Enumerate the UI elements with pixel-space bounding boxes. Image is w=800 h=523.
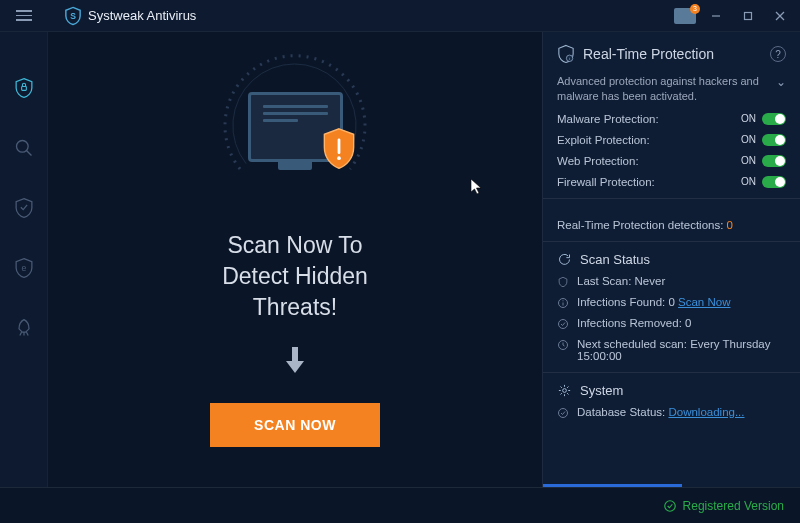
magnify-icon [14, 137, 34, 159]
sidebar: e [0, 32, 48, 487]
refresh-icon [557, 252, 572, 267]
sidebar-item-scan[interactable] [8, 132, 40, 164]
close-button[interactable] [768, 4, 792, 28]
svg-point-17 [559, 319, 568, 328]
help-icon[interactable]: ? [770, 46, 786, 62]
mouse-cursor-icon [470, 178, 484, 200]
titlebar: S Systweak Antivirus 3 [0, 0, 800, 32]
svg-rect-11 [292, 347, 298, 363]
card-notification-icon[interactable]: 3 [674, 8, 696, 24]
scan-now-button[interactable]: SCAN NOW [210, 403, 380, 447]
next-scan-row: Next scheduled scan: Every Thursday 15:0… [557, 338, 786, 362]
scan-status-header: Scan Status [557, 252, 786, 267]
svg-line-7 [26, 151, 31, 156]
sidebar-item-protection[interactable] [8, 72, 40, 104]
db-status-value[interactable]: Downloading... [668, 406, 744, 418]
svg-text:S: S [70, 10, 76, 20]
sidebar-item-shield[interactable] [8, 192, 40, 224]
infections-removed-row: Infections Removed: 0 [557, 317, 786, 330]
svg-rect-5 [21, 86, 26, 90]
chevron-down-icon: ⌄ [776, 74, 786, 90]
svg-point-16 [562, 300, 563, 301]
info-small-icon [557, 297, 569, 309]
rtp-info-row[interactable]: Advanced protection against hackers and … [557, 74, 786, 104]
shield-info-icon: i [557, 44, 575, 64]
sidebar-item-browser[interactable]: e [8, 252, 40, 284]
toggle-malware: Malware Protection: ON [557, 113, 786, 125]
scan-now-link[interactable]: Scan Now [678, 296, 730, 308]
clock-small-icon [557, 339, 569, 351]
svg-point-20 [559, 408, 568, 417]
dashboard-headline: Scan Now To Detect Hidden Threats! [222, 230, 368, 323]
check-small-icon [557, 407, 569, 419]
malware-toggle[interactable] [762, 113, 786, 125]
svg-text:i: i [569, 56, 570, 61]
svg-point-10 [337, 156, 341, 160]
shield-check-icon [14, 197, 34, 219]
firewall-toggle[interactable] [762, 176, 786, 188]
shield-small-icon [557, 276, 569, 288]
monitor-icon [248, 92, 343, 162]
rtp-detections: Real-Time Protection detections: 0 [557, 219, 786, 231]
arrow-down-icon [282, 345, 308, 379]
footer: Registered Version [0, 487, 800, 523]
menu-hamburger-icon[interactable] [8, 0, 40, 32]
rtp-title: Real-Time Protection [583, 46, 714, 62]
download-progress [543, 484, 682, 487]
gear-icon [557, 383, 572, 398]
svg-point-21 [664, 500, 675, 511]
db-status-row: Database Status: Downloading... [557, 406, 786, 419]
dashboard-center: Scan Now To Detect Hidden Threats! SCAN … [48, 32, 542, 487]
svg-point-6 [16, 141, 28, 153]
alert-shield-icon [320, 127, 358, 171]
toggle-web: Web Protection: ON [557, 155, 786, 167]
rocket-icon [14, 317, 34, 339]
scan-status-title: Scan Status [580, 252, 650, 267]
system-title: System [580, 383, 623, 398]
exploit-toggle[interactable] [762, 134, 786, 146]
sidebar-item-optimize[interactable] [8, 312, 40, 344]
svg-point-19 [563, 388, 567, 392]
registered-label: Registered Version [683, 499, 784, 513]
toggle-exploit: Exploit Protection: ON [557, 134, 786, 146]
app-title: Systweak Antivirus [88, 8, 196, 23]
maximize-button[interactable] [736, 4, 760, 28]
infections-found-row: Infections Found: 0 Scan Now [557, 296, 786, 309]
status-panel: i Real-Time Protection ? Advanced protec… [542, 32, 800, 487]
svg-text:e: e [21, 263, 26, 273]
check-small-icon [557, 318, 569, 330]
shield-lock-icon [14, 77, 34, 99]
last-scan-row: Last Scan: Never [557, 275, 786, 288]
rtp-section-header: i Real-Time Protection ? [557, 44, 786, 64]
web-toggle[interactable] [762, 155, 786, 167]
check-circle-icon [663, 499, 677, 513]
toggle-firewall: Firewall Protection: ON [557, 176, 786, 188]
app-logo: S Systweak Antivirus [64, 6, 196, 26]
notification-badge: 3 [690, 4, 700, 14]
svg-rect-2 [745, 12, 752, 19]
minimize-button[interactable] [704, 4, 728, 28]
system-header: System [557, 383, 786, 398]
monitor-illustration [205, 52, 385, 202]
shield-e-icon: e [14, 257, 34, 279]
shield-logo-icon: S [64, 6, 82, 26]
